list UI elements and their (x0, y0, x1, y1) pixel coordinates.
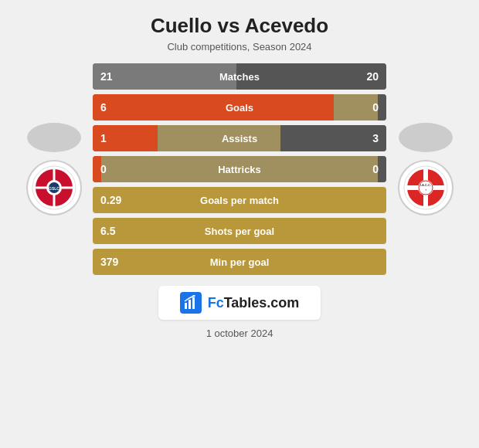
svg-rect-15 (192, 297, 195, 309)
svg-text:I.A.C.C.: I.A.C.C. (420, 183, 430, 187)
goals-label: Goals (226, 102, 253, 114)
hattricks-label: Hattricks (218, 164, 261, 175)
stat-row-min-per-goal: 379 Min per goal (93, 249, 386, 275)
assists-right-value: 3 (372, 132, 379, 144)
fctables-label: FcTables.com (208, 295, 300, 311)
hattricks-right-value: 0 (372, 163, 379, 175)
right-team-logo-area: I.A.C.C. ✦ (392, 92, 458, 246)
page-subtitle: Club competitions, Season 2024 (167, 41, 311, 53)
fctables-icon (180, 292, 202, 314)
right-team-logo: I.A.C.C. ✦ (398, 160, 454, 216)
stat-row-goals: 6 Goals 0 (93, 94, 386, 120)
matches-right-value: 20 (366, 70, 379, 83)
fctables-banner[interactable]: FcTables.com (158, 286, 321, 320)
goals-fill-left (93, 94, 334, 120)
assists-fill-right (280, 125, 386, 151)
hattricks-fill-right (378, 156, 386, 182)
goals-per-match-label: Goals per match (200, 195, 279, 206)
left-team-logo-area: GSLC (21, 92, 87, 246)
svg-text:✦: ✦ (424, 188, 426, 192)
shots-per-goal-label: Shots per goal (205, 226, 274, 237)
goals-left-value: 6 (100, 101, 107, 114)
goals-per-match-value: 0.29 (100, 194, 121, 206)
left-team-crest-icon: GSLC (31, 165, 77, 211)
main-content: GSLC 21 Matches 20 6 (8, 63, 471, 275)
min-per-goal-label: Min per goal (210, 256, 270, 268)
page-title: Cuello vs Acevedo (151, 14, 328, 38)
left-oval-decoration (27, 123, 81, 152)
date-label: 1 october 2024 (206, 328, 273, 339)
goals-right-value: 0 (372, 101, 379, 114)
stat-row-matches: 21 Matches 20 (93, 63, 386, 90)
assists-label: Assists (222, 133, 257, 144)
stat-row-shots-per-goal: 6.5 Shots per goal (93, 218, 386, 244)
matches-label: Matches (219, 71, 260, 83)
right-oval-decoration (399, 123, 453, 152)
goals-fill-right (378, 94, 386, 120)
shots-per-goal-value: 6.5 (100, 225, 115, 237)
page-wrapper: Cuello vs Acevedo Club competitions, Sea… (0, 0, 479, 448)
svg-text:GSLC: GSLC (49, 186, 59, 191)
right-team-crest-icon: I.A.C.C. ✦ (403, 165, 449, 211)
svg-rect-14 (189, 300, 191, 309)
stats-container: 21 Matches 20 6 Goals 0 1 (93, 63, 386, 275)
stat-row-hattricks: 0 Hattricks 0 (93, 156, 386, 182)
left-team-logo: GSLC (26, 160, 82, 216)
stat-row-assists: 1 Assists 3 (93, 125, 386, 151)
stat-row-goals-per-match: 0.29 Goals per match (93, 187, 386, 213)
svg-rect-13 (185, 303, 187, 309)
matches-left-value: 21 (100, 70, 113, 83)
min-per-goal-value: 379 (100, 256, 118, 268)
hattricks-left-value: 0 (100, 163, 107, 175)
assists-left-value: 1 (100, 132, 107, 144)
